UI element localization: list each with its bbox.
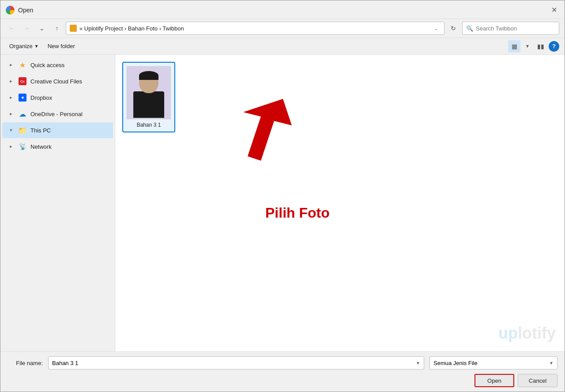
main-area: ► ★ Quick access ► Cc Creative Cloud Fil… — [0, 55, 565, 351]
action-buttons: Open Cancel — [8, 374, 557, 387]
filetype-dropdown-arrow: ▼ — [549, 361, 554, 366]
view-dropdown-button[interactable]: ▼ — [521, 40, 534, 53]
network-icon: 📡 — [18, 142, 27, 151]
title-bar-left: Open — [6, 6, 33, 15]
open-button[interactable]: Open — [475, 374, 514, 387]
svg-marker-0 — [243, 99, 292, 161]
close-button[interactable]: ✕ — [549, 5, 559, 15]
sidebar-label-quick-access: Quick access — [30, 62, 64, 68]
dropbox-icon: ✦ — [18, 93, 27, 102]
toolbar: Organize ▼ New folder ▦ ▼ ▮▮ ? — [0, 38, 565, 55]
chevron-icon: ▼ — [8, 127, 15, 134]
search-box[interactable]: 🔍 — [462, 22, 559, 35]
person-body — [133, 91, 164, 118]
sidebar-item-quick-access[interactable]: ► ★ Quick access — [2, 57, 113, 73]
pc-icon: 📁 — [18, 126, 27, 135]
red-arrow-svg — [221, 90, 309, 178]
open-dialog: Open ✕ ← → ⌄ ↑ « Uplotify Project › Baha… — [0, 0, 565, 392]
organize-label: Organize — [9, 43, 33, 49]
refresh-button[interactable]: ↻ — [447, 22, 460, 34]
sidebar: ► ★ Quick access ► Cc Creative Cloud Fil… — [0, 55, 115, 351]
details-pane-button[interactable]: ▮▮ — [535, 40, 547, 53]
file-name: Bahan 3 1 — [137, 122, 161, 128]
sidebar-item-network[interactable]: ► 📡 Network — [2, 139, 113, 155]
watermark-part1: up — [498, 324, 518, 342]
sidebar-label-network: Network — [30, 143, 52, 150]
star-icon: ★ — [18, 60, 27, 69]
file-type-select[interactable]: Semua Jenis File ▼ — [429, 356, 557, 369]
sidebar-label-creative-cloud: Creative Cloud Files — [30, 78, 82, 85]
sidebar-label-dropbox: Dropbox — [30, 94, 52, 101]
sidebar-item-creative-cloud[interactable]: ► Cc Creative Cloud Files — [2, 73, 113, 89]
watermark: uplotify — [498, 324, 556, 343]
chevron-icon: ► — [8, 110, 15, 117]
person-figure — [127, 67, 170, 119]
file-thumbnail — [127, 66, 171, 119]
filename-dropdown-arrow: ▼ — [416, 361, 420, 366]
sidebar-label-this-pc: This PC — [30, 127, 51, 134]
address-bar: ← → ⌄ ↑ « Uplotify Project › Bahan Foto … — [0, 19, 565, 38]
address-path: « Uplotify Project › Bahan Foto › Twibbo… — [79, 25, 429, 32]
help-button[interactable]: ? — [549, 41, 559, 52]
bottom-bar: File name: Bahan 3 1 ▼ Semua Jenis File … — [0, 351, 565, 392]
dialog-title: Open — [18, 7, 33, 14]
view-buttons: ▦ ▼ ▮▮ — [508, 40, 547, 53]
organize-arrow: ▼ — [34, 44, 39, 49]
back-button[interactable]: ← — [6, 22, 18, 34]
sidebar-label-onedrive: OneDrive - Personal — [30, 111, 83, 117]
new-folder-button[interactable]: New folder — [44, 40, 79, 53]
up-button[interactable]: ↑ — [51, 22, 63, 34]
file-area[interactable]: Bahan 3 1 Pilih Foto uplotify — [115, 55, 565, 351]
chevron-icon: ► — [8, 143, 15, 150]
filename-row: File name: Bahan 3 1 ▼ Semua Jenis File … — [8, 356, 557, 369]
app-icon — [6, 6, 15, 15]
folder-icon — [70, 25, 77, 32]
thumbnail-view-button[interactable]: ▦ — [508, 40, 520, 53]
cancel-button[interactable]: Cancel — [518, 374, 557, 387]
dropdown-button[interactable]: ⌄ — [36, 22, 48, 34]
annotation-text: Pilih Foto — [265, 205, 330, 221]
address-input[interactable]: « Uplotify Project › Bahan Foto › Twibbo… — [66, 22, 444, 35]
cc-icon: Cc — [18, 77, 27, 86]
chevron-icon: ► — [8, 94, 15, 101]
onedrive-icon: ☁ — [18, 109, 27, 118]
forward-button[interactable]: → — [21, 22, 33, 34]
sidebar-item-this-pc[interactable]: ▼ 📁 This PC — [2, 122, 113, 138]
file-name-input[interactable]: Bahan 3 1 ▼ — [48, 356, 424, 369]
search-input[interactable] — [476, 25, 555, 32]
file-name-label: File name: — [8, 360, 43, 366]
person-head — [139, 71, 158, 93]
file-item[interactable]: Bahan 3 1 — [122, 62, 175, 132]
search-icon: 🔍 — [466, 25, 473, 32]
person-hair — [139, 71, 158, 80]
file-type-value: Semua Jenis File — [433, 360, 478, 366]
new-folder-label: New folder — [48, 43, 75, 49]
red-arrow-container — [221, 90, 309, 178]
file-name-value: Bahan 3 1 — [52, 360, 78, 366]
organize-button[interactable]: Organize ▼ — [6, 40, 42, 53]
watermark-part2: lotify — [518, 324, 556, 342]
sidebar-item-dropbox[interactable]: ► ✦ Dropbox — [2, 90, 113, 106]
chevron-icon: ► — [8, 78, 15, 85]
title-bar: Open ✕ — [0, 0, 565, 19]
chevron-icon: ► — [8, 61, 15, 68]
sidebar-item-onedrive[interactable]: ► ☁ OneDrive - Personal — [2, 106, 113, 122]
address-dropdown-arrow[interactable]: ⌄ — [432, 22, 441, 35]
